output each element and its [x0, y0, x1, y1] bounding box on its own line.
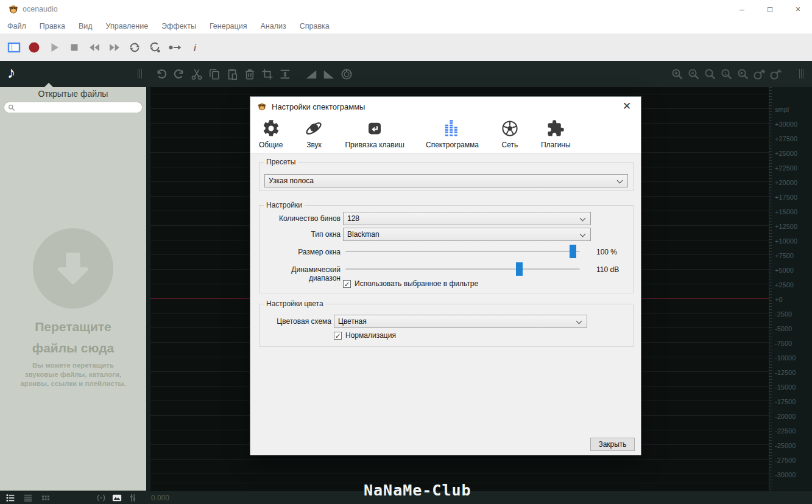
color-scheme-label: Цветовая схема	[259, 317, 331, 326]
rewind-button[interactable]	[87, 40, 102, 55]
plugins-icon	[546, 119, 565, 138]
toolbar-grip-right[interactable]	[799, 69, 803, 79]
slider-handle[interactable]	[516, 262, 523, 276]
tab-keybindings[interactable]: Привязка клавиш	[342, 117, 407, 150]
waveform-left-margin	[146, 87, 150, 491]
copy-icon[interactable]	[208, 68, 221, 81]
loop-once-button[interactable]	[147, 40, 162, 55]
file-search-input[interactable]	[4, 102, 143, 113]
menu-item-2[interactable]: Правка	[33, 22, 72, 30]
preview-toggle-icon[interactable]	[111, 492, 122, 503]
window-type-select[interactable]: Blackman	[343, 228, 591, 241]
menu-item-3[interactable]: Вид	[72, 22, 99, 30]
zoom-fit-icon[interactable]	[704, 68, 717, 81]
maximize-button[interactable]: ◻	[756, 0, 784, 18]
dialog-title: Настройки спектограммы	[272, 102, 365, 111]
dropzone-subtitle: архивы, ссылки и плейлисты.	[0, 379, 146, 388]
ruler-label: -5000	[775, 325, 792, 332]
dynamic-range-slider[interactable]	[345, 262, 580, 276]
minimize-button[interactable]: –	[728, 0, 756, 18]
music-note-icon[interactable]: ♪	[7, 63, 16, 82]
app-window: ocenaudio – ◻ × ФайлПравкаВидУправлениеЭ…	[0, 0, 812, 504]
dialog-close-button[interactable]: Закрыть	[590, 438, 635, 451]
normalize-icon[interactable]	[278, 68, 292, 81]
zoom-selection-icon[interactable]	[736, 68, 750, 81]
zoom-in-icon[interactable]	[671, 68, 684, 81]
app-icon	[8, 4, 19, 15]
zoom-buttons: 1	[669, 61, 784, 87]
sound-icon	[304, 119, 323, 138]
vertical-zoom-out-icon[interactable]	[769, 68, 783, 81]
tab-label: Сеть	[502, 141, 518, 149]
close-button[interactable]: ×	[784, 0, 812, 18]
link-selection-icon[interactable]	[96, 492, 107, 503]
bins-select[interactable]: 128	[343, 212, 591, 225]
delete-icon[interactable]	[243, 68, 256, 81]
channels-icon[interactable]	[127, 492, 138, 503]
view-list-icon[interactable]	[5, 492, 16, 503]
checkbox-checked[interactable]: ✓	[334, 332, 342, 340]
cut-icon[interactable]	[190, 68, 203, 81]
vertical-zoom-in-icon[interactable]	[753, 68, 766, 81]
toolbar-grip[interactable]	[138, 69, 142, 79]
menu-item-5[interactable]: Эффекты	[155, 22, 203, 30]
menu-item-7[interactable]: Анализ	[253, 22, 292, 30]
trim-icon[interactable]	[261, 68, 274, 81]
menu-item-4[interactable]: Управление	[99, 22, 155, 30]
checkbox-checked[interactable]: ✓	[343, 280, 351, 288]
loop-button[interactable]	[127, 40, 142, 55]
ruler-label: +25000	[775, 150, 797, 157]
tab-network[interactable]: Сеть	[498, 117, 522, 150]
window-type-label: Тип окна	[259, 230, 341, 239]
use-selection-checkbox[interactable]: ✓ Использовать выбранное в фильтре	[343, 279, 478, 288]
ruler-label: +20000	[775, 179, 797, 186]
ruler-label: +15000	[775, 208, 797, 215]
preset-select[interactable]: Узкая полоса	[264, 174, 628, 187]
download-arrow-icon	[49, 244, 97, 293]
search-icon	[8, 104, 15, 111]
window-size-slider[interactable]	[345, 245, 580, 258]
tab-plugins[interactable]: Плагины	[538, 117, 573, 150]
tab-label: Привязка клавиш	[345, 141, 404, 149]
cursor-time: 0.000	[151, 494, 169, 502]
fade-in-icon[interactable]	[305, 68, 318, 81]
ruler-label: +0	[775, 296, 783, 303]
fade-out-icon[interactable]	[322, 68, 336, 81]
dialog-content: Пресеты Узкая полоса Настройки Количеств…	[250, 153, 641, 455]
menu-item-8[interactable]: Справка	[293, 22, 336, 30]
open-files-panel: Открытые файлы Перетащите файлы сюда Вы …	[0, 87, 146, 491]
view-rows-icon[interactable]	[23, 492, 34, 503]
menu-item-6[interactable]: Генерация	[203, 22, 254, 30]
dialog-close-icon[interactable]: ✕	[620, 100, 634, 113]
stop-button[interactable]	[67, 40, 82, 55]
dialog-title-bar: Настройки спектограммы ✕	[250, 97, 641, 116]
zoom-one-icon[interactable]: 1	[720, 68, 733, 81]
gain-icon[interactable]	[340, 68, 353, 81]
tab-general[interactable]: Общие	[256, 117, 285, 150]
ruler-label: +7500	[775, 252, 794, 259]
dropzone-title: Перетащите	[0, 320, 146, 334]
paste-icon[interactable]	[225, 68, 239, 81]
play-button[interactable]	[47, 40, 62, 55]
undo-icon[interactable]	[155, 68, 168, 81]
tab-sound[interactable]: Звук	[302, 117, 326, 150]
info-button[interactable]: i	[188, 40, 202, 55]
ruler-label: +30000	[775, 121, 797, 128]
gear-icon	[261, 119, 281, 138]
play-selection-button[interactable]	[168, 40, 182, 55]
fast-forward-button[interactable]	[107, 40, 122, 55]
zoom-out-icon[interactable]	[687, 68, 701, 81]
slider-handle[interactable]	[570, 245, 576, 258]
watermark: NaNaMe-Club	[364, 481, 471, 499]
panel-title: Открытые файлы	[0, 89, 146, 99]
record-button[interactable]	[27, 40, 41, 55]
redo-icon[interactable]	[172, 68, 186, 81]
color-scheme-select[interactable]: Цветная	[334, 315, 587, 328]
tab-spectrogram[interactable]: Спектрограмма	[423, 117, 481, 150]
drop-files-target[interactable]	[33, 228, 113, 309]
menu-item-1[interactable]: Файл	[1, 22, 33, 30]
view-grid-icon[interactable]	[40, 492, 51, 503]
ruler-label: -7500	[775, 340, 792, 347]
normalize-checkbox[interactable]: ✓ Нормализация	[334, 331, 396, 340]
selection-tool-icon[interactable]	[7, 40, 21, 55]
